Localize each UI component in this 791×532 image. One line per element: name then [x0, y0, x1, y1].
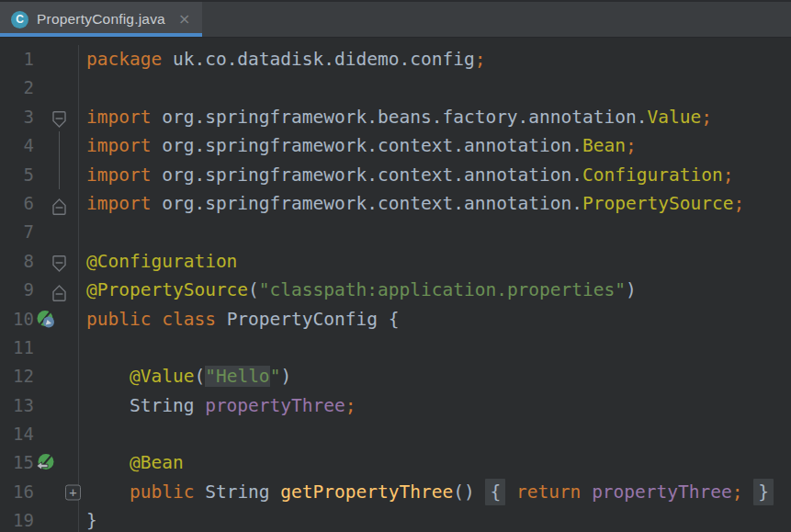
code-line: 13 String propertyThree;: [0, 391, 791, 420]
spring-bean-gutter-icon[interactable]: [36, 454, 55, 473]
gutter-cell: 8: [0, 247, 79, 276]
code-line: 3import org.springframework.beans.factor…: [0, 103, 791, 131]
code-text[interactable]: @PropertySource("classpath:application.p…: [79, 276, 637, 304]
code-token: @Bean: [130, 452, 184, 473]
code-token: PropertyConfig {: [216, 309, 400, 330]
code-text[interactable]: public class PropertyConfig {: [79, 305, 399, 334]
code-line: 9@PropertySource("classpath:application.…: [0, 276, 791, 304]
fold-expand-icon[interactable]: +: [65, 484, 81, 500]
code-token: PropertySource: [582, 193, 733, 214]
gutter-cell: 3: [0, 103, 79, 131]
code-line: 14: [0, 420, 791, 448]
fold-collapse-end-icon[interactable]: [52, 281, 66, 299]
code-token: getPropertyThree: [280, 481, 453, 503]
code-token: import: [86, 193, 151, 214]
gutter-cell: 12: [0, 362, 79, 391]
code-token: [505, 481, 516, 503]
spring-config-gutter-icon[interactable]: [36, 310, 55, 329]
code-text[interactable]: @Value("Hello"): [79, 362, 291, 391]
code-token: String: [86, 395, 205, 416]
code-editor[interactable]: 1package uk.co.datadisk.didemo.config;23…: [0, 38, 791, 532]
gutter-cell: 2: [0, 74, 79, 102]
code-token: package: [86, 49, 162, 70]
fold-collapse-start-icon[interactable]: [52, 253, 66, 270]
gutter-cell: 19: [0, 506, 79, 532]
gutter-cell: 6: [0, 189, 79, 218]
line-number: 3: [0, 103, 34, 131]
code-text[interactable]: public String getPropertyThree() { retur…: [79, 478, 774, 506]
code-token: {: [485, 479, 505, 505]
code-token: "classpath:application.properties": [259, 279, 626, 300]
code-token: uk.co.datadisk.didemo.config: [162, 49, 474, 70]
gutter-cell: 7: [0, 218, 79, 246]
gutter-cell: 4: [0, 131, 79, 160]
code-token: import: [86, 164, 151, 186]
code-token: @Value: [130, 366, 194, 387]
code-line: 7: [0, 218, 791, 246]
fold-collapse-end-icon[interactable]: [52, 195, 66, 212]
code-token: org.springframework.context.annotation.: [151, 193, 582, 214]
java-class-icon: C: [11, 11, 28, 28]
code-token: import: [86, 107, 151, 128]
code-text[interactable]: @Configuration: [79, 247, 237, 276]
line-number: 8: [0, 247, 34, 276]
line-number: 7: [0, 218, 34, 246]
code-token: org.springframework.context.annotation.: [151, 135, 582, 156]
code-text[interactable]: import org.springframework.context.annot…: [79, 189, 744, 218]
code-token: import: [86, 135, 151, 156]
line-number: 14: [0, 420, 34, 448]
code-token: Value: [648, 107, 702, 128]
line-number: 15: [0, 448, 34, 477]
code-text[interactable]: [79, 334, 86, 362]
line-number: 19: [0, 506, 34, 532]
code-token: ): [280, 366, 291, 387]
line-number: 2: [0, 74, 34, 102]
tab-propertyconfig-java[interactable]: C PropertyConfig.java ×: [0, 2, 202, 37]
code-text[interactable]: [79, 420, 86, 448]
code-text[interactable]: package uk.co.datadisk.didemo.config;: [79, 45, 485, 74]
code-text[interactable]: import org.springframework.beans.factory…: [79, 103, 712, 131]
gutter-cell: 11: [0, 334, 79, 362]
code-token: ;: [732, 481, 743, 503]
code-token: Configuration: [582, 164, 723, 186]
line-number: 6: [0, 189, 34, 218]
code-token: ;: [733, 193, 744, 214]
fold-region-line: [59, 161, 60, 189]
code-token: propertyThree: [205, 395, 345, 416]
close-icon[interactable]: ×: [178, 12, 190, 27]
code-text[interactable]: [79, 74, 86, 102]
code-text[interactable]: String propertyThree;: [79, 391, 356, 420]
code-line: 12 @Value("Hello"): [0, 362, 791, 391]
code-text[interactable]: import org.springframework.context.annot…: [79, 161, 733, 189]
code-token: ;: [723, 164, 734, 186]
code-token: [86, 452, 130, 473]
code-line: 4import org.springframework.context.anno…: [0, 131, 791, 160]
code-token: public class: [86, 309, 216, 330]
code-text[interactable]: }: [79, 506, 97, 532]
code-token: ): [626, 279, 637, 300]
code-text[interactable]: import org.springframework.context.annot…: [79, 131, 637, 160]
code-token: (: [248, 279, 259, 300]
ide-window: C PropertyConfig.java × 1package uk.co.d…: [0, 0, 791, 532]
code-token: @PropertySource: [86, 279, 248, 300]
gutter-cell: 15: [0, 448, 79, 477]
code-token: }: [86, 510, 97, 531]
code-token: propertyThree: [592, 481, 732, 503]
gutter-cell: 13: [0, 391, 79, 420]
fold-collapse-start-icon[interactable]: [52, 108, 66, 126]
line-number: 10: [0, 305, 34, 334]
code-text[interactable]: @Bean: [79, 448, 184, 477]
code-line: 2: [0, 74, 791, 102]
code-token: @Configuration: [86, 251, 237, 272]
gutter-cell: 5: [0, 161, 79, 189]
code-token: (): [453, 481, 485, 503]
code-token: ;: [701, 107, 712, 128]
code-token: String: [194, 481, 280, 503]
code-token: [743, 481, 754, 503]
code-line: 1package uk.co.datadisk.didemo.config;: [0, 45, 791, 74]
code-line: 8@Configuration: [0, 247, 791, 276]
active-tab-underline: [0, 33, 202, 37]
gutter-cell: 16+: [0, 478, 79, 506]
code-line: 19}: [0, 506, 791, 532]
code-text[interactable]: [79, 218, 86, 246]
